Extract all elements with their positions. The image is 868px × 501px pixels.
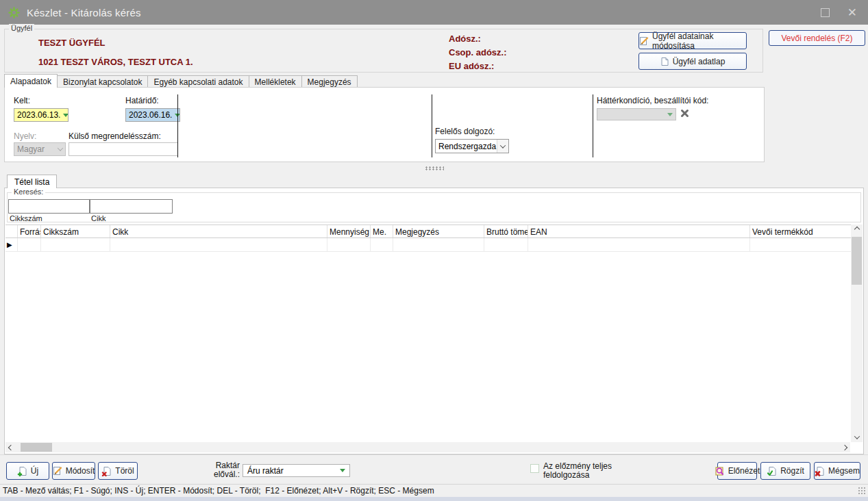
cancel-x-document-icon (815, 466, 825, 476)
nyelv-label: Nyelv: (14, 131, 36, 141)
scroll-right-icon[interactable] (842, 444, 847, 450)
kelt-label: Kelt: (14, 96, 30, 105)
basic-data-panel: Kelt: 2023.06.13. Határidő: 2023.06.16. … (4, 87, 765, 162)
divider (177, 94, 178, 157)
col-forras[interactable]: Forrás (18, 225, 41, 237)
print-preview-icon (715, 466, 725, 476)
nyelv-select: Magyar (14, 142, 66, 156)
process-full-history-label: Az előzmény teljes feldolgozása (543, 462, 620, 480)
row-selector-icon: ▶ (5, 238, 18, 252)
preview-label: Előnézet (728, 466, 760, 476)
col-vevoi-termekkod[interactable]: Vevői termékkód (750, 225, 851, 237)
vertical-scrollbar[interactable] (851, 224, 863, 442)
hatarido-date-picker[interactable]: 2023.06.16. (125, 108, 180, 122)
modify-label: Módosít (66, 466, 95, 476)
divider (593, 94, 593, 157)
action-bar: Új Módosít Töröl (0, 454, 868, 484)
splitter-handle[interactable] (4, 164, 864, 172)
customer-groupbox: Ügyfél TESZT ÜGYFÉL 1021 TESZT VÁROS, TE… (4, 29, 763, 73)
tab-alapadatok[interactable]: Alapadatok (4, 74, 58, 88)
new-label: Új (31, 466, 38, 476)
table-row[interactable]: ▶ (5, 238, 851, 252)
modify-button[interactable]: Módosít (52, 462, 95, 480)
chevron-down-icon (667, 113, 673, 116)
tab-megjegyzes[interactable]: Megjegyzés (301, 75, 358, 88)
document-icon (660, 57, 669, 66)
window-title: Készlet - Kitárolás kérés (27, 7, 141, 18)
kulso-megrendelesszam-input[interactable] (69, 142, 178, 156)
raktar-preselect-label: Raktár elővál.: (206, 461, 240, 479)
col-megjegyzes[interactable]: Megjegyzés (393, 225, 484, 237)
search-groupbox: Keresés: (7, 192, 861, 222)
close-icon[interactable]: ✕ (847, 7, 857, 18)
raktar-preselect-value: Áru raktár (247, 466, 284, 476)
delete-label: Töröl (115, 466, 134, 476)
main-tabstrip: Alapadatok Bizonylat kapcsolatok Egyéb k… (4, 75, 357, 88)
search-group-label: Keresés: (12, 188, 45, 196)
splitter-grip-icon (425, 166, 444, 170)
customer-order-button[interactable]: Vevői rendelés (F2) (769, 30, 865, 46)
customer-group-label: Ügyfél (9, 24, 34, 32)
col-cikk[interactable]: Cikk (110, 225, 327, 237)
item-table: Forrás Cikkszám Cikk Mennyiség Me. Megje… (5, 224, 851, 252)
cancel-label: Mégsem (828, 466, 860, 476)
customer-modify-label: Ügyfél adatainak módosítása (652, 31, 746, 51)
chevron-down-icon (63, 114, 69, 117)
clear-x-icon[interactable] (680, 109, 689, 118)
customer-modify-button[interactable]: Ügyfél adatainak módosítása (638, 32, 747, 49)
check-document-icon (767, 466, 777, 476)
nyelv-value: Magyar (17, 144, 45, 154)
felelos-dolgozo-select[interactable]: Rendszergazda Gé (435, 139, 509, 153)
felelos-dolgozo-value: Rendszergazda Gé (436, 142, 497, 151)
customer-order-label: Vevői rendelés (F2) (781, 34, 852, 43)
delete-button[interactable]: Töröl (98, 462, 138, 480)
raktar-preselect-select[interactable]: Áru raktár (243, 464, 350, 477)
edit-pencil-icon (53, 466, 62, 476)
chevron-down-icon (497, 140, 508, 153)
resize-grip-icon[interactable] (858, 487, 865, 494)
col-brutto-tomeg[interactable]: Bruttó tömeg (484, 225, 528, 237)
save-label: Rögzít (780, 466, 804, 476)
tab-egyeb-kapcsolati-adatok[interactable]: Egyéb kapcsolati adatok (147, 75, 249, 88)
add-document-icon (17, 466, 27, 476)
group-tax-number-label: Csop. adósz.: (449, 46, 507, 60)
scroll-left-icon[interactable] (8, 444, 14, 450)
save-button[interactable]: Rögzít (760, 462, 810, 480)
preview-button[interactable]: Előnézet (717, 462, 757, 480)
eu-tax-number-label: EU adósz.: (449, 60, 507, 73)
col-me[interactable]: Me. (371, 225, 393, 237)
divider (432, 94, 432, 157)
cancel-button[interactable]: Mégsem (814, 462, 860, 480)
status-bar: TAB - Mező váltás; F1 - Súgó; INS - Új; … (0, 484, 868, 497)
tab-bizonylat-kapcsolatok[interactable]: Bizonylat kapcsolatok (57, 75, 148, 88)
customer-name: TESZT ÜGYFÉL (38, 38, 106, 48)
hatterkondicio-select (597, 108, 676, 120)
tax-number-label: Adósz.: (449, 32, 507, 46)
customer-datasheet-label: Ügyfél adatlap (673, 57, 726, 66)
customer-address: 1021 TESZT VÁROS, TESZT UTCA 1. (38, 57, 193, 67)
kulso-megrendelesszam-label: Külső megrendelésszám: (69, 131, 161, 141)
col-cikkszam[interactable]: Cikkszám (41, 225, 110, 237)
new-button[interactable]: Új (6, 462, 49, 480)
scroll-down-icon[interactable] (854, 433, 859, 439)
kelt-date-picker[interactable]: 2023.06.13. (14, 108, 69, 122)
kelt-value: 2023.06.13. (17, 110, 60, 120)
col-mennyiseg[interactable]: Mennyiség (327, 225, 371, 237)
col-ean[interactable]: EAN (528, 225, 750, 237)
tab-mellekletek[interactable]: Mellékletek (249, 75, 302, 88)
process-full-history-checkbox[interactable] (530, 464, 539, 473)
hatterkondicio-label: Háttérkondíció, beszállítói kód: (597, 96, 708, 105)
horizontal-scrollbar[interactable] (5, 442, 850, 452)
hatarido-value: 2023.06.16. (129, 110, 172, 120)
app-gear-flower-icon (8, 7, 20, 18)
scroll-up-icon[interactable] (854, 227, 859, 232)
tab-tetel-lista[interactable]: Tétel lista (7, 175, 57, 188)
chevron-down-icon (58, 145, 63, 151)
titlebar: Készlet - Kitárolás kérés ✕ (0, 0, 868, 25)
maximize-icon[interactable] (821, 8, 830, 17)
hatarido-label: Határidő: (125, 96, 159, 105)
delete-x-document-icon (101, 466, 112, 476)
horizontal-scroll-thumb[interactable] (21, 443, 52, 452)
customer-datasheet-button[interactable]: Ügyfél adatlap (638, 53, 747, 70)
vertical-scroll-thumb[interactable] (852, 237, 862, 285)
